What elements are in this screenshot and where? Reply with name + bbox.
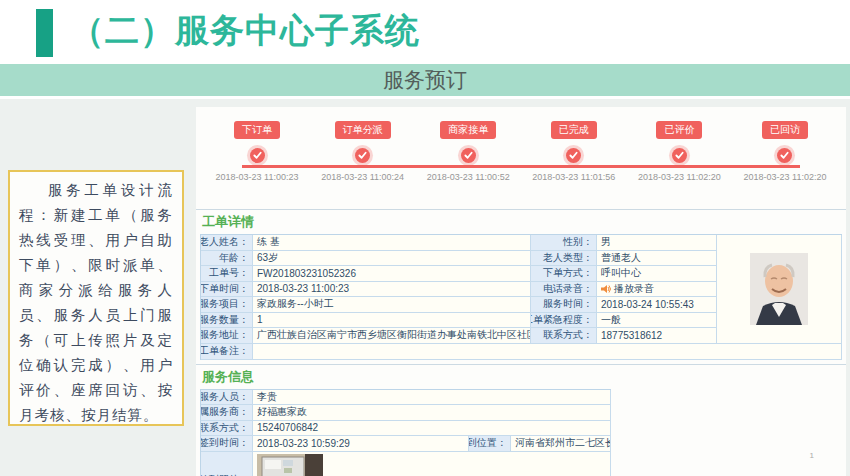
service-time-value: 2018-03-24 10:55:43 (597, 297, 717, 313)
elder-type-label: 老人类型： (531, 251, 597, 267)
order-no-value: FW201803231052326 (253, 266, 531, 282)
timeline-step-button[interactable]: 已完成 (551, 121, 597, 139)
timeline-step: 已完成 2018-03-23 11:01:56 (529, 121, 619, 182)
quantity-label: 服务数量： (201, 313, 253, 329)
order-detail-title: 工单详情 (196, 209, 846, 234)
timeline-step-button[interactable]: 商家接单 (440, 121, 496, 139)
timeline-step-button[interactable]: 已回访 (762, 121, 808, 139)
provider-label: 所属服务商： (201, 405, 253, 421)
checkin-location-value: 河南省郑州市二七区长江东路66号院 (511, 436, 611, 452)
timeline-step: 商家接单 2018-03-23 11:00:52 (423, 121, 513, 182)
timeline-step: 已评价 2018-03-23 11:02:20 (634, 121, 724, 182)
check-icon (672, 148, 687, 163)
play-recording-link[interactable]: 播放录音 (601, 282, 654, 296)
checkin-photo-cell (253, 452, 611, 476)
urgency-value: 一般 (597, 313, 717, 329)
elder-name-value: 练 基 (253, 235, 531, 251)
age-label: 年龄： (201, 251, 253, 267)
service-time-label: 服务时间： (531, 297, 597, 313)
staff-contact-value: 15240706842 (253, 421, 611, 437)
service-info-title: 服务信息 (196, 364, 846, 389)
timeline-step: 已回访 2018-03-23 11:02:20 (740, 121, 830, 182)
order-timeline: 下订单 2018-03-23 11:00:23 订单分派 2018-03-23 … (212, 117, 830, 205)
service-info-table: 服务人员： 李贵 所属服务商： 好福惠家政 联系方式： 15240706842 … (200, 389, 611, 476)
speaker-icon (601, 284, 611, 294)
contact-label: 联系方式： (531, 328, 597, 344)
title-accent-bar (36, 9, 53, 57)
play-recording-text: 播放录音 (614, 282, 654, 296)
page-number: 1 (810, 451, 814, 460)
quantity-value: 1 (253, 313, 531, 329)
gender-label: 性别： (531, 235, 597, 251)
urgency-label: 工单紧急程度： (531, 313, 597, 329)
timeline-steps: 下订单 2018-03-23 11:00:23 订单分派 2018-03-23 … (212, 121, 830, 182)
process-note-box: 服务工单设计流程：新建工单（服务热线受理、用户自助下单）、限时派单、商家分派给服… (8, 170, 184, 426)
timeline-step: 下订单 2018-03-23 11:00:23 (212, 121, 302, 182)
address-value: 广西壮族自治区南宁市西乡塘区衡阳街道办事处南铁北中区社区居委会 (253, 328, 531, 344)
timeline-step: 订单分派 2018-03-23 11:00:24 (318, 121, 408, 182)
timeline-step-timestamp: 2018-03-23 11:00:23 (216, 172, 299, 182)
checkin-photo-label: 签到照片： (201, 452, 253, 476)
recording-label: 电话录音： (531, 282, 597, 298)
page-title: （二）服务中心子系统 (70, 8, 420, 54)
check-icon (566, 148, 581, 163)
order-detail-table: 老人姓名： 练 基 性别： 男 年龄： 63岁 老人类型： 普通老人 工单号： … (200, 234, 842, 360)
service-item-value: 家政服务--小时工 (253, 297, 531, 313)
order-method-value: 呼叫中心 (597, 266, 717, 282)
staff-value: 李贵 (253, 390, 611, 406)
check-icon (250, 148, 265, 163)
timeline-step-timestamp: 2018-03-23 11:01:56 (532, 172, 615, 182)
gender-value: 男 (597, 235, 717, 251)
timeline-step-timestamp: 2018-03-23 11:02:20 (744, 172, 827, 182)
timeline-step-timestamp: 2018-03-23 11:02:20 (638, 172, 721, 182)
timeline-step-timestamp: 2018-03-23 11:00:24 (321, 172, 404, 182)
check-icon (461, 148, 476, 163)
elder-photo-cell (717, 235, 842, 344)
remark-value (253, 344, 842, 360)
check-icon (777, 148, 792, 163)
elder-name-label: 老人姓名： (201, 235, 253, 251)
process-note-text: 服务工单设计流程：新建工单（服务热线受理、用户自助下单）、限时派单、商家分派给服… (19, 178, 173, 428)
staff-label: 服务人员： (201, 390, 253, 406)
order-panel: 下订单 2018-03-23 11:00:23 订单分派 2018-03-23 … (196, 107, 846, 476)
checkin-location-label: 签到位置： (469, 436, 511, 452)
elder-photo (750, 253, 808, 325)
timeline-step-timestamp: 2018-03-23 11:00:52 (427, 172, 510, 182)
timeline-step-button[interactable]: 订单分派 (335, 121, 391, 139)
order-time-value: 2018-03-23 11:00:23 (253, 282, 531, 298)
remark-label: 工单备注： (201, 344, 253, 360)
order-no-label: 工单号： (201, 266, 253, 282)
address-label: 服务地址： (201, 328, 253, 344)
order-method-label: 下单方式： (531, 266, 597, 282)
service-item-label: 服务项目： (201, 297, 253, 313)
slide: （二）服务中心子系统 服务预订 服务工单设计流程：新建工单（服务热线受理、用户自… (0, 0, 850, 476)
checkin-time-label: 签到时间： (201, 436, 253, 452)
provider-value: 好福惠家政 (253, 405, 611, 421)
staff-contact-label: 联系方式： (201, 421, 253, 437)
checkin-time-value: 2018-03-23 10:59:29 (253, 436, 469, 452)
timeline-step-button[interactable]: 已评价 (656, 121, 702, 139)
checkin-photo (257, 454, 323, 476)
timeline-step-button[interactable]: 下订单 (234, 121, 280, 139)
check-icon (355, 148, 370, 163)
elder-type-value: 普通老人 (597, 251, 717, 267)
subtitle-banner: 服务预订 (0, 64, 850, 96)
contact-value: 18775318612 (597, 328, 717, 344)
order-time-label: 下单时间： (201, 282, 253, 298)
age-value: 63岁 (253, 251, 531, 267)
